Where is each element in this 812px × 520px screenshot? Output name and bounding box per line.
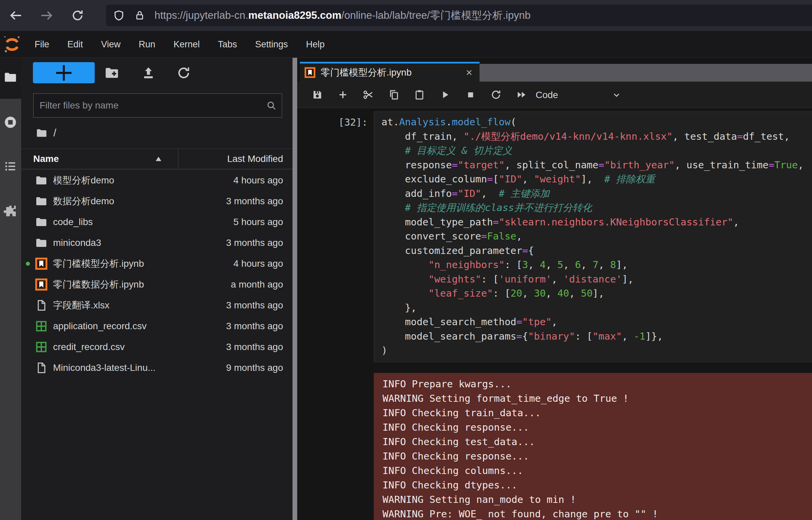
file-browser-panel: / Name Last Modified 模型分析demo4 hours ago… xyxy=(21,58,293,520)
refresh-button[interactable] xyxy=(176,66,191,80)
browser-reload-button[interactable] xyxy=(70,8,85,23)
tab-title: 零门槛模型分析.ipynb xyxy=(321,66,460,79)
menu-item-file[interactable]: File xyxy=(26,31,58,58)
breadcrumb[interactable]: / xyxy=(35,127,56,139)
run-all-button[interactable] xyxy=(509,85,534,104)
cell-execution-prompt: [32]: xyxy=(333,115,368,130)
running-sessions-icon[interactable] xyxy=(4,115,17,129)
file-name: code_libs xyxy=(53,212,93,232)
upload-button[interactable] xyxy=(141,66,156,80)
menu-item-kernel[interactable]: Kernel xyxy=(165,31,209,58)
file-name: 零门槛数据分析.ipynb xyxy=(53,274,144,295)
folder-icon xyxy=(35,174,47,186)
file-last-modified: 3 months ago xyxy=(226,191,283,212)
spreadsheet-icon xyxy=(35,341,47,353)
stop-icon xyxy=(465,89,476,100)
code-line: ) xyxy=(381,343,812,358)
back-arrow-icon xyxy=(9,8,23,23)
menu-items: FileEditViewRunKernelTabsSettingsHelp xyxy=(26,31,334,58)
table-of-contents-icon[interactable] xyxy=(4,160,17,173)
breadcrumb-root[interactable]: / xyxy=(53,127,56,139)
lock-icon[interactable] xyxy=(134,9,146,22)
fast-forward-icon xyxy=(516,89,527,100)
file-name: 字段翻译.xlsx xyxy=(53,295,109,316)
code-line: }, xyxy=(381,301,812,315)
interrupt-kernel-button[interactable] xyxy=(458,85,483,104)
file-row[interactable]: 字段翻译.xlsx3 months ago xyxy=(21,295,293,316)
file-last-modified: 3 months ago xyxy=(226,295,283,316)
insert-cell-button[interactable] xyxy=(330,85,356,104)
run-button[interactable] xyxy=(432,85,458,104)
file-row[interactable]: miniconda33 months ago xyxy=(21,232,293,253)
save-icon xyxy=(312,89,323,100)
file-last-modified: 3 months ago xyxy=(226,316,283,337)
notebook-tab[interactable]: 零门槛模型分析.ipynb xyxy=(300,62,480,82)
column-header-last-modified[interactable]: Last Modified xyxy=(178,149,293,169)
menu-item-view[interactable]: View xyxy=(92,31,130,58)
file-name: credit_record.csv xyxy=(53,337,125,358)
column-header-name[interactable]: Name xyxy=(21,149,178,169)
cut-button[interactable] xyxy=(356,85,381,104)
restart-kernel-button[interactable] xyxy=(483,85,509,104)
sort-ascending-icon xyxy=(155,156,162,162)
code-line: df_train, "./模型分析demo/v14-knn/v14-knn.xl… xyxy=(381,129,812,144)
save-button[interactable] xyxy=(304,85,330,104)
address-bar[interactable]: https://jupyterlab-cn.metanoia8295.com/o… xyxy=(106,5,812,26)
file-row[interactable]: credit_record.csv3 months ago xyxy=(21,337,293,358)
paste-button[interactable] xyxy=(407,85,432,104)
file-row[interactable]: 零门槛数据分析.ipynba month ago xyxy=(21,274,293,295)
file-last-modified: 4 hours ago xyxy=(234,253,283,274)
code-line: "leaf_size": [20, 30, 40, 50], xyxy=(381,286,812,301)
file-row[interactable]: code_libs5 hours ago xyxy=(21,212,293,232)
file-row[interactable]: application_record.csv3 months ago xyxy=(21,316,293,337)
file-name: application_record.csv xyxy=(53,316,147,337)
file-row[interactable]: 模型分析demo4 hours ago xyxy=(21,170,293,191)
code-cell-editor[interactable]: at.Analysis.model_flow( df_train, "./模型分… xyxy=(374,111,812,362)
close-icon[interactable] xyxy=(465,68,473,77)
cell-type-label: Code xyxy=(536,90,558,100)
url-text: https://jupyterlab-cn.metanoia8295.com/o… xyxy=(155,8,531,23)
file-last-modified: 3 months ago xyxy=(226,232,283,253)
cell-type-select[interactable]: Code xyxy=(532,86,625,104)
restart-icon xyxy=(490,89,502,100)
file-row[interactable]: 零门槛模型分析.ipynb4 hours ago xyxy=(21,253,293,274)
menu-item-run[interactable]: Run xyxy=(130,31,165,58)
code-line: model_type_path="sklearn.neighbors.KNeig… xyxy=(381,215,812,229)
code-lines: at.Analysis.model_flow( df_train, "./模型分… xyxy=(381,115,812,358)
code-line: model_search_method="tpe", xyxy=(381,315,812,329)
new-folder-button[interactable] xyxy=(104,66,119,80)
menu-item-tabs[interactable]: Tabs xyxy=(209,31,246,58)
panel-resize-handle[interactable] xyxy=(293,58,297,520)
code-line: model_search_params={"binary": ["max", -… xyxy=(381,329,812,344)
file-row[interactable]: 数据分析demo3 months ago xyxy=(21,191,293,212)
menu-item-settings[interactable]: Settings xyxy=(246,31,297,58)
notebook-toolbar: Code xyxy=(297,82,812,108)
browser-forward-button[interactable] xyxy=(39,8,54,23)
notebook-file-icon xyxy=(304,67,315,78)
code-line: response="target", split_col_name="birth… xyxy=(381,158,812,172)
run-icon xyxy=(439,89,451,100)
new-launcher-button[interactable] xyxy=(33,62,95,83)
file-last-modified: 4 hours ago xyxy=(234,170,283,191)
home-folder-icon[interactable] xyxy=(35,127,48,139)
filter-files-input[interactable] xyxy=(34,100,266,111)
paste-icon xyxy=(414,89,425,100)
output-line: WARNING Pre: WOE_ not found, change pre … xyxy=(382,507,812,520)
file-name: miniconda3 xyxy=(53,232,101,253)
copy-button[interactable] xyxy=(381,85,407,104)
scissors-icon xyxy=(363,89,374,100)
code-line: # 目标定义 & 切片定义 xyxy=(381,144,812,158)
shield-icon[interactable] xyxy=(113,9,125,22)
menu-item-edit[interactable]: Edit xyxy=(58,31,92,58)
code-line: convert_score=False, xyxy=(381,229,812,243)
folder-icon xyxy=(35,216,47,228)
jupyter-menu-bar: FileEditViewRunKernelTabsSettingsHelp xyxy=(0,31,812,58)
file-row[interactable]: Miniconda3-latest-Linu...9 months ago xyxy=(21,358,293,378)
plus-icon xyxy=(337,89,349,100)
browser-back-button[interactable] xyxy=(8,8,24,23)
file-list: 模型分析demo4 hours ago数据分析demo3 months agoc… xyxy=(21,170,293,520)
file-browser-icon[interactable] xyxy=(4,71,17,84)
menu-item-help[interactable]: Help xyxy=(297,31,334,58)
extensions-icon[interactable] xyxy=(4,204,17,218)
folder-icon xyxy=(35,195,47,207)
